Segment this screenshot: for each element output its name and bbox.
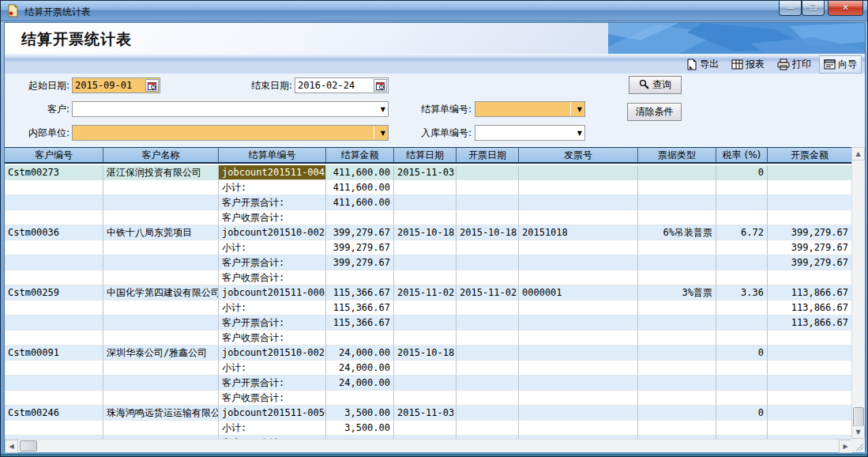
wizard-button[interactable]: 向导 <box>819 55 862 74</box>
table-cell[interactable]: 2015-11-03 <box>394 165 457 180</box>
table-cell[interactable] <box>103 180 219 195</box>
scroll-left-icon[interactable]: ◀ <box>5 440 18 453</box>
table-cell[interactable] <box>519 315 638 330</box>
print-button[interactable]: 打印 <box>772 55 816 74</box>
table-cell[interactable] <box>768 195 852 210</box>
table-cell[interactable] <box>103 300 219 315</box>
table-cell[interactable]: 2015-11-02 <box>457 285 519 300</box>
table-cell[interactable]: 6.72 <box>716 225 768 240</box>
table-cell[interactable]: 24,000.00 <box>326 361 394 376</box>
table-cell[interactable]: 399,279.67 <box>326 255 394 270</box>
table-cell[interactable] <box>394 376 457 391</box>
table-cell[interactable]: 20151018 <box>519 225 638 240</box>
table-cell[interactable] <box>716 270 768 285</box>
scroll-up-icon[interactable]: ▲ <box>851 147 865 161</box>
table-cell[interactable] <box>519 391 638 406</box>
settlement-no-dropdown[interactable]: ▼ <box>475 101 585 117</box>
table-cell[interactable] <box>519 361 638 376</box>
clear-conditions-button[interactable]: 清除条件 <box>627 103 682 121</box>
table-cell[interactable]: 24,000.00 <box>326 376 394 391</box>
table-cell[interactable] <box>638 406 716 421</box>
table-cell[interactable]: 115,366.67 <box>326 285 394 300</box>
table-cell[interactable] <box>638 255 716 270</box>
calendar-icon[interactable] <box>374 79 387 92</box>
table-cell[interactable] <box>326 270 394 285</box>
table-cell[interactable]: 113,866.67 <box>768 315 852 330</box>
table-cell[interactable] <box>5 180 103 195</box>
calendar-icon[interactable] <box>145 79 159 92</box>
table-cell[interactable] <box>5 421 103 436</box>
table-cell[interactable] <box>716 330 768 346</box>
table-cell[interactable]: 411,600.00 <box>326 165 394 180</box>
table-cell[interactable] <box>638 270 716 285</box>
table-cell[interactable] <box>638 165 716 180</box>
table-cell[interactable] <box>519 330 638 346</box>
table-cell[interactable]: 湛江保润投资有限公司 <box>103 165 219 180</box>
table-cell[interactable] <box>768 376 852 391</box>
table-cell[interactable] <box>457 210 519 225</box>
table-cell[interactable] <box>394 391 457 406</box>
table-cell[interactable]: 客户收票合计: <box>219 210 326 225</box>
table-cell[interactable] <box>457 421 519 436</box>
table-cell[interactable] <box>103 376 219 391</box>
titlebar[interactable]: 结算开票统计表 — ❐ ✕ <box>1 1 867 21</box>
table-cell[interactable]: jobcount201510-0021 <box>219 346 326 361</box>
table-cell[interactable]: 珠海鸿鸣远货运运输有限公 <box>103 406 219 421</box>
table-cell[interactable] <box>638 330 716 346</box>
query-button[interactable]: 查询 <box>629 76 682 94</box>
table-cell[interactable] <box>394 361 457 376</box>
table-cell[interactable] <box>394 421 457 436</box>
table-cell[interactable]: 113,866.67 <box>768 300 852 315</box>
table-cell[interactable]: 2015-10-18 <box>394 346 457 361</box>
table-cell[interactable] <box>716 391 768 406</box>
table-cell[interactable] <box>394 300 457 315</box>
table-cell[interactable] <box>638 376 716 391</box>
table-cell[interactable] <box>716 300 768 315</box>
close-button[interactable]: ✕ <box>828 1 863 16</box>
table-cell[interactable] <box>5 315 103 330</box>
column-header[interactable]: 客户名称 <box>103 148 219 162</box>
table-cell[interactable] <box>768 165 852 180</box>
table-cell[interactable] <box>768 346 852 361</box>
table-cell[interactable] <box>457 195 519 210</box>
table-cell[interactable] <box>519 255 638 270</box>
table-cell[interactable] <box>638 195 716 210</box>
table-cell[interactable] <box>768 391 852 406</box>
table-cell[interactable]: Cstm00091 <box>5 346 103 361</box>
end-date-field[interactable]: 2016-02-24 <box>295 77 389 93</box>
table-cell[interactable]: 小计: <box>219 300 326 315</box>
column-header[interactable]: 票据类型 <box>638 148 716 162</box>
table-cell[interactable] <box>394 240 457 255</box>
vertical-scrollbar[interactable]: ▲ ▼ <box>851 147 865 439</box>
table-cell[interactable] <box>103 210 219 225</box>
table-cell[interactable] <box>394 210 457 225</box>
table-cell[interactable]: jobcount201511-0056 <box>219 406 326 421</box>
table-cell[interactable] <box>519 240 638 255</box>
table-cell[interactable] <box>103 391 219 406</box>
table-cell[interactable] <box>457 270 519 285</box>
column-header[interactable]: 开票金额 <box>768 148 852 162</box>
maximize-button[interactable]: ❐ <box>802 1 825 16</box>
table-cell[interactable]: 2015-10-18 <box>457 225 519 240</box>
table-cell[interactable]: 2015-11-02 <box>394 285 457 300</box>
table-cell[interactable]: Cstm00246 <box>5 406 103 421</box>
table-cell[interactable]: 3%普票 <box>638 285 716 300</box>
table-cell[interactable] <box>5 391 103 406</box>
table-cell[interactable] <box>5 210 103 225</box>
table-cell[interactable]: 113,866.67 <box>768 285 852 300</box>
table-cell[interactable]: 0 <box>716 346 768 361</box>
table-cell[interactable] <box>457 391 519 406</box>
table-cell[interactable]: Cstm00273 <box>5 165 103 180</box>
minimize-button[interactable]: — <box>779 1 802 16</box>
table-cell[interactable] <box>638 346 716 361</box>
table-cell[interactable] <box>5 270 103 285</box>
column-header[interactable]: 客户编号 <box>5 148 103 162</box>
table-cell[interactable] <box>394 255 457 270</box>
table-cell[interactable]: 0 <box>716 165 768 180</box>
table-cell[interactable] <box>103 195 219 210</box>
table-cell[interactable]: 0 <box>716 406 768 421</box>
table-cell[interactable] <box>768 210 852 225</box>
table-cell[interactable]: 客户开票合计: <box>219 195 326 210</box>
table-cell[interactable] <box>768 421 852 436</box>
table-cell[interactable] <box>638 180 716 195</box>
